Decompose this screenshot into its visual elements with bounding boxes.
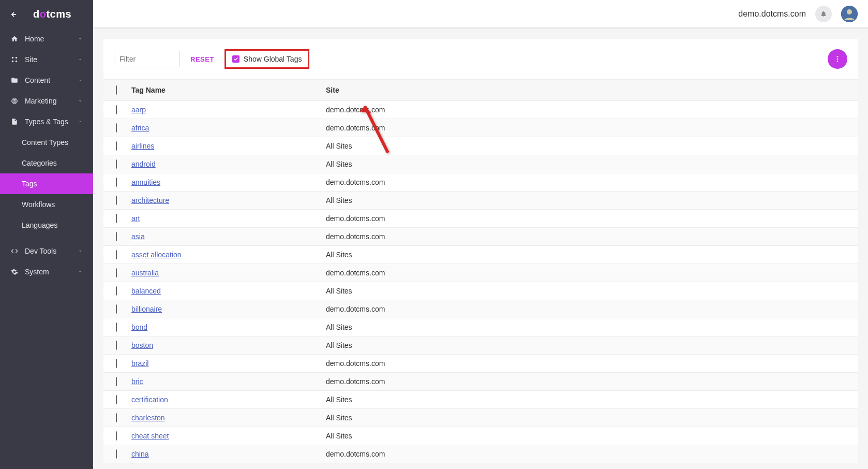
sidebar-subitem-languages[interactable]: Languages: [0, 215, 93, 236]
bell-icon: [820, 10, 827, 18]
file-icon: [10, 118, 19, 125]
chevron-up-icon: [78, 119, 83, 124]
table-row[interactable]: asset allocationAll Sites: [103, 246, 858, 264]
row-checkbox[interactable]: [116, 268, 117, 277]
tag-link[interactable]: aarp: [131, 106, 146, 114]
table-row[interactable]: androidAll Sites: [103, 155, 858, 173]
row-checkbox[interactable]: [116, 395, 117, 404]
logo: dotcms: [33, 8, 71, 20]
row-checkbox[interactable]: [116, 377, 117, 386]
table-row[interactable]: chinademo.dotcms.com: [103, 445, 858, 463]
col-header-site[interactable]: Site: [326, 86, 845, 94]
sidebar-subitem-tags[interactable]: Tags: [0, 173, 93, 194]
row-checkbox[interactable]: [116, 413, 117, 422]
table-row[interactable]: africademo.dotcms.com: [103, 119, 858, 137]
sidebar-item-marketing[interactable]: Marketing: [0, 91, 93, 111]
sidebar-item-content[interactable]: Content: [0, 70, 93, 91]
show-global-tags-toggle[interactable]: Show Global Tags: [225, 49, 310, 69]
tag-link[interactable]: bric: [131, 377, 143, 386]
folder-icon: [10, 77, 19, 84]
table-row[interactable]: bricdemo.dotcms.com: [103, 373, 858, 391]
tag-link[interactable]: boston: [131, 341, 153, 349]
select-all-checkbox[interactable]: [116, 85, 117, 95]
site-cell: All Sites: [326, 142, 845, 150]
site-cell: All Sites: [326, 414, 845, 422]
sidebar-subitem-categories[interactable]: Categories: [0, 153, 93, 173]
table-row[interactable]: annuitiesdemo.dotcms.com: [103, 173, 858, 192]
sidebar-item-site[interactable]: Site: [0, 49, 93, 70]
table-row[interactable]: australiademo.dotcms.com: [103, 264, 858, 282]
site-cell: All Sites: [326, 432, 845, 440]
table-row[interactable]: airlinesAll Sites: [103, 137, 858, 155]
row-checkbox[interactable]: [116, 123, 117, 133]
row-checkbox[interactable]: [116, 286, 117, 296]
col-header-tag[interactable]: Tag Name: [131, 86, 326, 94]
tag-link[interactable]: africa: [131, 124, 149, 132]
sidebar-item-home[interactable]: Home: [0, 28, 93, 49]
row-checkbox[interactable]: [116, 232, 117, 241]
sidebar-item-types-tags[interactable]: Types & Tags: [0, 111, 93, 132]
sidebar-subitem-content-types[interactable]: Content Types: [0, 132, 93, 153]
chevron-down-icon: [78, 98, 83, 104]
table-row[interactable]: billionairedemo.dotcms.com: [103, 300, 858, 318]
svg-point-10: [837, 58, 839, 60]
sidebar-subitem-workflows[interactable]: Workflows: [0, 194, 93, 215]
row-checkbox[interactable]: [116, 196, 117, 205]
reset-button[interactable]: RESET: [190, 55, 214, 63]
notifications-button[interactable]: [815, 6, 832, 22]
table-row[interactable]: asiademo.dotcms.com: [103, 228, 858, 246]
tag-link[interactable]: balanced: [131, 287, 161, 295]
table-row[interactable]: aarpdemo.dotcms.com: [103, 101, 858, 119]
back-button[interactable]: [10, 11, 18, 18]
tag-link[interactable]: art: [131, 214, 140, 223]
target-icon: [10, 97, 19, 105]
sidebar-top: dotcms: [0, 0, 93, 28]
row-checkbox[interactable]: [116, 159, 117, 169]
tag-link[interactable]: cheat sheet: [131, 432, 169, 440]
table-row[interactable]: balancedAll Sites: [103, 282, 858, 300]
user-avatar[interactable]: [841, 6, 858, 22]
tag-link[interactable]: bond: [131, 323, 147, 331]
row-checkbox[interactable]: [116, 341, 117, 350]
more-actions-button[interactable]: [828, 49, 847, 69]
table-row[interactable]: artdemo.dotcms.com: [103, 210, 858, 228]
tag-link[interactable]: android: [131, 160, 156, 168]
row-checkbox[interactable]: [116, 141, 117, 151]
tag-link[interactable]: brazil: [131, 359, 148, 368]
table-row[interactable]: cheat sheetAll Sites: [103, 427, 858, 445]
svg-point-8: [847, 9, 852, 14]
table-row[interactable]: architectureAll Sites: [103, 192, 858, 210]
site-cell: demo.dotcms.com: [326, 106, 845, 114]
row-checkbox[interactable]: [116, 214, 117, 223]
row-checkbox[interactable]: [116, 323, 117, 332]
tag-link[interactable]: certification: [131, 395, 168, 404]
sidebar-item-system[interactable]: System: [0, 261, 93, 282]
row-checkbox[interactable]: [116, 359, 117, 368]
sidebar-item-dev-tools[interactable]: Dev Tools: [0, 241, 93, 261]
row-checkbox[interactable]: [116, 250, 117, 259]
tag-link[interactable]: asia: [131, 232, 145, 241]
filter-input[interactable]: [114, 51, 180, 67]
table-body: aarpdemo.dotcms.comafricademo.dotcms.com…: [103, 101, 858, 463]
row-checkbox[interactable]: [116, 105, 117, 114]
table-row[interactable]: bostonAll Sites: [103, 336, 858, 355]
tag-link[interactable]: australia: [131, 269, 159, 277]
table-row[interactable]: brazildemo.dotcms.com: [103, 355, 858, 373]
tag-link[interactable]: architecture: [131, 196, 169, 204]
tag-link[interactable]: china: [131, 450, 148, 458]
row-checkbox[interactable]: [116, 449, 117, 459]
tag-link[interactable]: annuities: [131, 178, 160, 186]
tag-link[interactable]: asset allocation: [131, 251, 182, 259]
table-row[interactable]: bondAll Sites: [103, 318, 858, 336]
checkbox-checked-icon: [232, 55, 240, 63]
table-row[interactable]: certificationAll Sites: [103, 391, 858, 409]
tag-link[interactable]: charleston: [131, 414, 165, 422]
site-cell: All Sites: [326, 341, 845, 349]
row-checkbox[interactable]: [116, 178, 117, 187]
tag-link[interactable]: billionaire: [131, 305, 162, 313]
site-name[interactable]: demo.dotcms.com: [738, 9, 806, 19]
table-row[interactable]: charlestonAll Sites: [103, 409, 858, 427]
row-checkbox[interactable]: [116, 304, 117, 314]
tag-link[interactable]: airlines: [131, 142, 154, 150]
row-checkbox[interactable]: [116, 431, 117, 441]
